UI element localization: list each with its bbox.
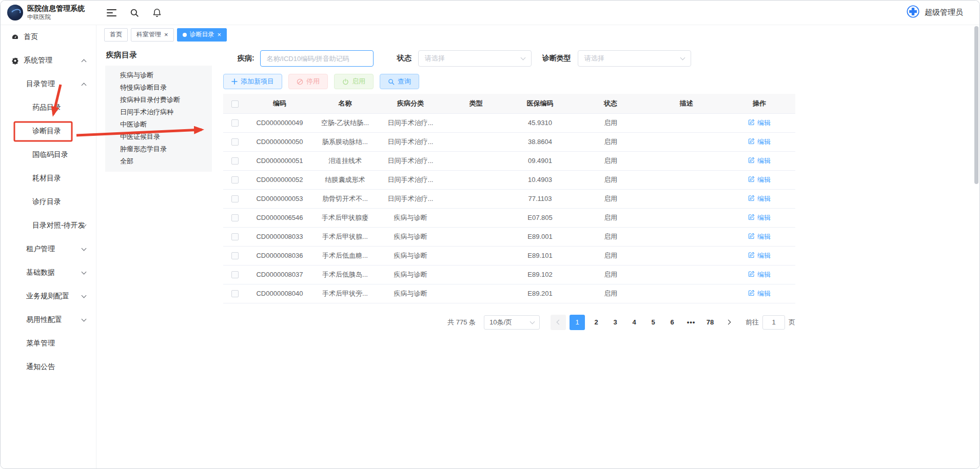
sidebar-item-menu-management[interactable]: 菜单管理 — [1, 332, 96, 355]
row-checkbox[interactable] — [231, 290, 239, 297]
close-icon[interactable]: × — [218, 31, 222, 38]
row-checkbox[interactable] — [231, 176, 239, 183]
edit-label: 编辑 — [757, 194, 771, 203]
search-icon — [388, 78, 395, 85]
edit-button[interactable]: 编辑 — [748, 194, 771, 203]
tab-department-management[interactable]: 科室管理 × — [131, 28, 174, 42]
edit-icon — [748, 290, 755, 298]
page-button-5[interactable]: 5 — [645, 315, 661, 330]
catalog-item-all[interactable]: 全部 — [105, 155, 212, 168]
edit-label: 编辑 — [757, 137, 771, 147]
catalog-item-disease-diagnosis[interactable]: 疾病与诊断 — [105, 69, 212, 81]
page-button-78[interactable]: 78 — [702, 315, 718, 330]
goto-page-input[interactable] — [762, 315, 785, 330]
ban-icon — [297, 78, 303, 85]
cell-description — [649, 284, 723, 303]
status-select[interactable]: 请选择 — [418, 50, 532, 67]
close-icon[interactable]: × — [164, 31, 168, 38]
edit-button[interactable]: 编辑 — [748, 118, 771, 128]
catalog-item-tumor-morphology[interactable]: 肿瘤形态学目录 — [105, 143, 212, 155]
page-button-1[interactable]: 1 — [570, 315, 585, 330]
sidebar-item-directory-mapping[interactable]: 目录对照-待开发 — [1, 214, 96, 237]
row-checkbox[interactable] — [231, 252, 239, 259]
row-checkbox[interactable] — [231, 138, 239, 146]
page-button-2[interactable]: 2 — [589, 315, 604, 330]
row-checkbox[interactable] — [231, 119, 239, 127]
sidebar-item-directory-management[interactable]: 目录管理 — [1, 72, 96, 96]
catalog-item-tcm-diagnosis[interactable]: 中医诊断 — [105, 118, 212, 131]
row-checkbox[interactable] — [231, 214, 239, 221]
cell-description — [649, 151, 723, 170]
cell-insurance: E89.101 — [508, 246, 572, 265]
page-button-3[interactable]: 3 — [607, 315, 623, 330]
prev-page-button[interactable] — [551, 315, 566, 330]
catalog-item-day-surgery[interactable]: 日间手术治疗病种 — [105, 106, 212, 118]
edit-button[interactable]: 编辑 — [748, 251, 771, 260]
row-checkbox[interactable] — [231, 157, 239, 165]
sidebar-item-drug-directory[interactable]: 药品目录 — [1, 96, 96, 119]
sidebar-item-label: 菜单管理 — [26, 339, 55, 348]
vertical-scrollbar[interactable] — [974, 26, 978, 184]
sidebar-item-label: 药品目录 — [32, 103, 61, 112]
cell-description — [649, 208, 723, 227]
next-page-button[interactable] — [721, 315, 737, 330]
row-checkbox[interactable] — [231, 195, 239, 202]
tab-home[interactable]: 首页 — [104, 28, 128, 42]
edit-button[interactable]: 编辑 — [748, 232, 771, 241]
sidebar-item-label: 易用性配置 — [26, 315, 62, 324]
edit-button[interactable]: 编辑 — [748, 289, 771, 298]
user-box[interactable]: 超级管理员 — [906, 5, 979, 21]
disable-button[interactable]: 停用 — [288, 74, 328, 89]
edit-button[interactable]: 编辑 — [748, 156, 771, 166]
sidebar-item-national-code-directory[interactable]: 国临码目录 — [1, 143, 96, 167]
sidebar-item-diagnosis-directory[interactable]: 诊断目录 — [1, 119, 96, 143]
current-user-name: 超级管理员 — [925, 8, 963, 17]
column-header-status: 状态 — [572, 94, 649, 113]
column-header-category: 疾病分类 — [377, 94, 444, 113]
diagnosis-type-select[interactable]: 请选择 — [578, 50, 691, 67]
catalog-item-tcm-syndrome[interactable]: 中医证候目录 — [105, 131, 212, 143]
edit-icon — [748, 271, 755, 279]
cell-category: 疾病与诊断 — [377, 265, 444, 284]
enable-button[interactable]: 启用 — [334, 74, 374, 89]
row-checkbox[interactable] — [231, 271, 239, 278]
select-all-checkbox[interactable] — [231, 100, 239, 108]
page-button-4[interactable]: 4 — [626, 315, 642, 330]
query-button[interactable]: 查询 — [380, 74, 419, 89]
tab-diagnosis-directory[interactable]: 诊断目录 × — [177, 28, 227, 42]
sidebar-item-system-management[interactable]: 系统管理 — [1, 49, 96, 72]
add-item-button[interactable]: 添加新项目 — [223, 74, 282, 89]
cell-status: 启用 — [572, 265, 649, 284]
edit-button[interactable]: 编辑 — [748, 213, 771, 222]
sidebar-item-usability-config[interactable]: 易用性配置 — [1, 308, 96, 332]
pagination-ellipsis[interactable]: ••• — [683, 315, 699, 330]
catalog-item-payment-by-disease[interactable]: 按病种目录付费诊断 — [105, 94, 212, 106]
cell-name: 结膜囊成形术 — [313, 170, 377, 189]
disease-search-input[interactable] — [260, 50, 374, 67]
edit-button[interactable]: 编辑 — [748, 175, 771, 185]
cell-status: 启用 — [572, 227, 649, 246]
sidebar-item-consumables-directory[interactable]: 耗材目录 — [1, 167, 96, 190]
page-button-6[interactable]: 6 — [664, 315, 680, 330]
cell-type — [444, 208, 508, 227]
search-icon[interactable] — [130, 8, 139, 17]
page-size-select[interactable]: 10条/页 — [484, 315, 540, 330]
cell-insurance: 10.4903 — [508, 170, 572, 189]
sidebar-item-notice[interactable]: 通知公告 — [1, 355, 96, 379]
cell-description — [649, 227, 723, 246]
sidebar-item-business-rules[interactable]: 业务规则配置 — [1, 284, 96, 308]
catalog-item-chronic-disease[interactable]: 特慢病诊断目录 — [105, 81, 212, 94]
row-checkbox[interactable] — [231, 233, 239, 240]
table-row: CD0000000051 泪道挂线术 日间手术治疗... 09.4901 启用 … — [223, 151, 795, 170]
edit-button[interactable]: 编辑 — [748, 137, 771, 147]
sidebar-item-label: 诊疗目录 — [32, 197, 61, 207]
hamburger-icon[interactable] — [107, 9, 116, 16]
edit-button[interactable]: 编辑 — [748, 270, 771, 279]
cell-status: 启用 — [572, 151, 649, 170]
sidebar-item-tenant-management[interactable]: 租户管理 — [1, 237, 96, 261]
page-unit-label: 页 — [789, 318, 795, 327]
sidebar-item-home[interactable]: 首页 — [1, 25, 96, 49]
bell-icon[interactable] — [152, 8, 162, 17]
sidebar-item-treatment-directory[interactable]: 诊疗目录 — [1, 190, 96, 214]
sidebar-item-basic-data[interactable]: 基础数据 — [1, 261, 96, 284]
